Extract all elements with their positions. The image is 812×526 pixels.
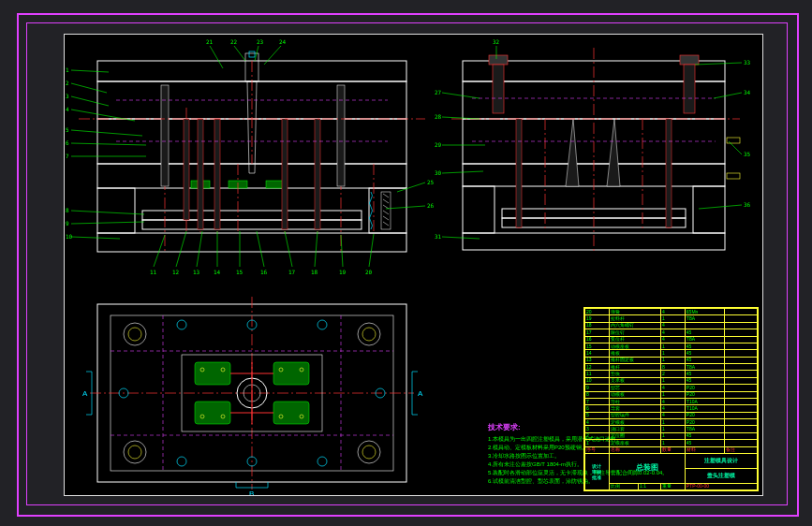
balloon-6: 6 xyxy=(66,139,69,146)
balloon-s-31: 31 xyxy=(435,233,442,240)
balloon-3: 3 xyxy=(66,93,69,99)
svg-rect-8 xyxy=(97,233,406,252)
svg-rect-7 xyxy=(142,220,362,229)
balloon-2: 2 xyxy=(66,80,69,86)
balloon-s-34: 34 xyxy=(744,89,751,95)
balloon-21: 21 xyxy=(206,38,214,45)
balloon-13: 13 xyxy=(193,269,200,275)
svg-point-70 xyxy=(362,328,376,341)
svg-rect-56 xyxy=(727,173,740,179)
svg-point-77 xyxy=(317,320,327,329)
balloon-s-33: 33 xyxy=(744,59,751,66)
balloon-s-30: 30 xyxy=(435,169,442,176)
drawing-title: 总装图 xyxy=(609,453,685,483)
balloon-s-27: 27 xyxy=(435,89,442,95)
subtitle-1: 注塑模具设计 xyxy=(685,453,757,468)
balloon-23: 23 xyxy=(257,38,264,45)
svg-rect-25 xyxy=(184,119,189,220)
balloon-5: 5 xyxy=(66,126,69,133)
bom-header-mat: 材料 xyxy=(685,446,724,453)
balloon-7: 7 xyxy=(66,153,69,159)
drawing-code: PTP-00-00 xyxy=(685,483,757,490)
titleblock: 20弹簧465Mn 19拉料杆1T8A 18内六角螺钉4 17限位钉445 16… xyxy=(583,307,759,491)
bom-header-name: 名称 xyxy=(609,446,660,453)
balloon-22: 22 xyxy=(230,38,238,45)
balloon-8: 8 xyxy=(66,207,69,213)
bom-note xyxy=(724,309,757,315)
svg-rect-88 xyxy=(195,402,230,424)
svg-point-73 xyxy=(358,441,380,463)
balloon-18: 18 xyxy=(311,269,318,275)
view-front-section: 1 2 3 4 5 6 7 8 9 10 11 12 13 14 15 16 xyxy=(66,38,435,275)
balloon-1: 1 xyxy=(66,66,69,73)
label-scale: 比例 xyxy=(609,483,638,490)
svg-point-72 xyxy=(128,446,141,459)
balloon-s-36: 36 xyxy=(744,201,751,208)
svg-rect-45 xyxy=(489,55,508,65)
bom-mat: 65Mn xyxy=(685,309,724,315)
section-mark-a-right: A xyxy=(418,389,423,398)
svg-rect-47 xyxy=(493,65,504,113)
svg-point-71 xyxy=(124,441,146,463)
svg-rect-38 xyxy=(463,186,495,233)
svg-rect-46 xyxy=(680,55,699,65)
balloon-15: 15 xyxy=(236,269,244,275)
balloon-19: 19 xyxy=(339,269,347,275)
svg-point-69 xyxy=(358,323,380,345)
svg-rect-87 xyxy=(273,362,309,385)
svg-point-68 xyxy=(128,328,141,341)
svg-rect-86 xyxy=(195,362,230,385)
balloon-10: 10 xyxy=(66,233,73,240)
svg-rect-3 xyxy=(97,164,406,188)
view-side-section: 27 28 29 30 31 32 33 34 35 36 xyxy=(435,38,751,254)
balloon-12: 12 xyxy=(172,269,180,275)
svg-rect-27 xyxy=(214,119,220,229)
svg-rect-29 xyxy=(315,119,320,229)
label-approver: 批准 xyxy=(592,475,601,480)
balloon-26: 26 xyxy=(427,202,435,209)
svg-point-78 xyxy=(177,457,186,466)
svg-rect-53 xyxy=(516,119,522,227)
label-weight: 重量 xyxy=(661,483,686,490)
balloon-s-35: 35 xyxy=(744,151,751,157)
svg-point-74 xyxy=(362,446,376,459)
balloon-24: 24 xyxy=(279,38,287,45)
balloon-16: 16 xyxy=(260,269,268,275)
balloon-s-29: 29 xyxy=(435,141,442,148)
svg-point-67 xyxy=(124,323,146,345)
svg-rect-39 xyxy=(693,186,725,233)
balloon-14: 14 xyxy=(214,269,221,275)
view-plan: A A B xyxy=(82,297,423,495)
section-mark-a-left: A xyxy=(82,389,88,398)
balloon-17: 17 xyxy=(288,269,296,275)
bom-header-no: 序号 xyxy=(585,446,610,453)
section-mark-b: B xyxy=(249,489,254,495)
svg-rect-4 xyxy=(97,188,135,233)
balloon-25: 25 xyxy=(427,179,435,185)
svg-rect-28 xyxy=(282,119,288,229)
balloon-20: 20 xyxy=(365,269,373,275)
svg-rect-6 xyxy=(142,211,362,220)
svg-rect-13 xyxy=(249,51,255,57)
svg-rect-54 xyxy=(666,119,672,227)
svg-rect-48 xyxy=(684,65,695,113)
balloon-s-32: 32 xyxy=(493,38,500,45)
svg-rect-26 xyxy=(198,119,203,229)
bom-n: 20 xyxy=(585,309,610,315)
balloon-4: 4 xyxy=(66,106,69,112)
balloon-9: 9 xyxy=(66,220,69,226)
svg-point-75 xyxy=(177,320,186,329)
svg-rect-89 xyxy=(273,402,309,424)
drawing-frame: 1 2 3 4 5 6 7 8 9 10 11 12 13 14 15 16 xyxy=(64,34,763,496)
balloon-s-28: 28 xyxy=(435,113,442,120)
svg-rect-55 xyxy=(727,138,740,143)
balloon-11: 11 xyxy=(150,269,157,275)
bom-name: 弹簧 xyxy=(609,309,660,315)
bom-qty: 4 xyxy=(661,309,686,315)
bom-header-qty: 数量 xyxy=(661,446,686,453)
subtitle-2: 盖头注塑模 xyxy=(685,468,757,483)
value-scale: 1:1 xyxy=(639,483,661,490)
svg-point-80 xyxy=(317,457,327,466)
bom-header-note: 备注 xyxy=(724,446,757,453)
